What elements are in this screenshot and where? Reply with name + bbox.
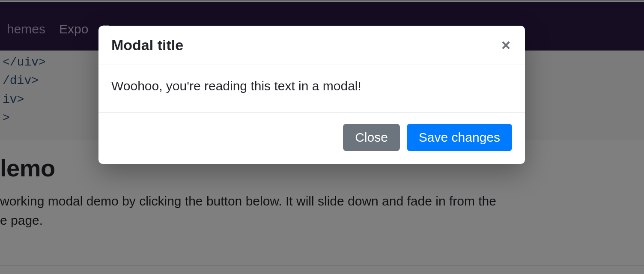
- close-button[interactable]: Close: [343, 124, 400, 151]
- modal-title: Modal title: [111, 37, 183, 54]
- modal-footer: Close Save changes: [98, 113, 525, 164]
- modal-dialog: Modal title × Woohoo, you're reading thi…: [98, 26, 525, 164]
- save-changes-button[interactable]: Save changes: [407, 124, 512, 151]
- modal-header: Modal title ×: [98, 26, 525, 65]
- close-icon[interactable]: ×: [500, 38, 512, 53]
- modal-body: Woohoo, you're reading this text in a mo…: [98, 65, 525, 113]
